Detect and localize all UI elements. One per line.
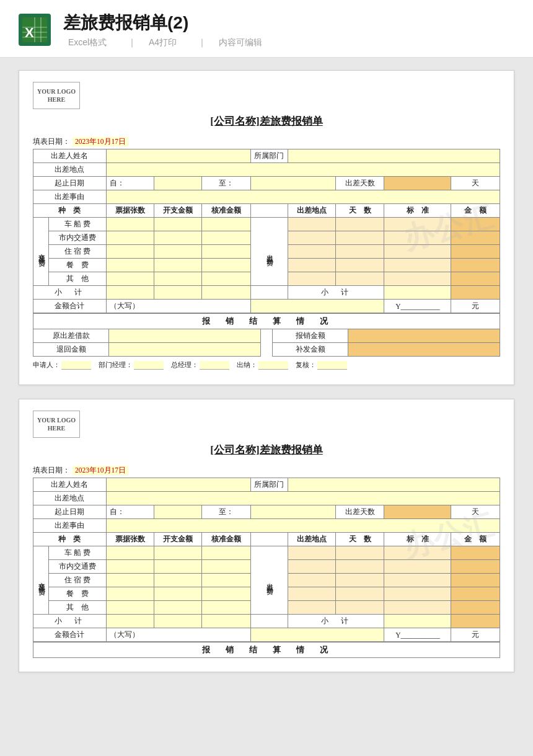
subtotal-amt[interactable] xyxy=(451,286,500,300)
s2-subtotal-approved[interactable] xyxy=(202,615,251,628)
sig-value-reviewer[interactable] xyxy=(317,361,347,370)
s2-expense-spend-4[interactable] xyxy=(154,587,202,601)
expense-approved-3[interactable] xyxy=(202,245,251,259)
sig-value-manager[interactable] xyxy=(134,361,164,370)
expense-tickets-5[interactable] xyxy=(106,272,154,286)
s2-subsidy-days-4[interactable] xyxy=(335,587,384,601)
sig-value-gm[interactable] xyxy=(200,361,229,370)
subsidy-dest-2[interactable] xyxy=(288,231,335,245)
department-input[interactable] xyxy=(288,149,500,163)
s2-expense-approved-5[interactable] xyxy=(202,601,251,615)
s2-subtotal-std[interactable] xyxy=(384,615,451,628)
s2-expense-tickets-4[interactable] xyxy=(106,587,154,601)
s2-subsidy-dest-2[interactable] xyxy=(288,560,335,574)
subsidy-dest-1[interactable] xyxy=(288,218,335,231)
s2-subtotal-amt[interactable] xyxy=(451,615,500,628)
expense-approved-5[interactable] xyxy=(202,272,251,286)
s2-subsidy-days-5[interactable] xyxy=(335,601,384,615)
s2-subtotal-tickets[interactable] xyxy=(106,615,154,628)
fill-date-value-1[interactable]: 2023年10月17日 xyxy=(73,137,128,146)
s-input-supplement[interactable] xyxy=(348,343,500,357)
subsidy-dest-5[interactable] xyxy=(288,272,335,286)
subsidy-std-5[interactable] xyxy=(384,272,451,286)
s2-subsidy-amt-2[interactable] xyxy=(451,560,500,574)
date-from-input[interactable] xyxy=(154,177,202,190)
s2-subsidy-amt-4[interactable] xyxy=(451,587,500,601)
s2-reason-input[interactable] xyxy=(106,519,500,533)
s2-subsidy-std-4[interactable] xyxy=(384,587,451,601)
days-input[interactable] xyxy=(384,177,451,190)
expense-spend-3[interactable] xyxy=(154,245,202,259)
subsidy-dest-4[interactable] xyxy=(288,259,335,272)
s2-expense-spend-5[interactable] xyxy=(154,601,202,615)
subsidy-dest-3[interactable] xyxy=(288,245,335,259)
s2-subsidy-dest-3[interactable] xyxy=(288,574,335,587)
s2-subsidy-amt-1[interactable] xyxy=(451,546,500,560)
subtotal-spend[interactable] xyxy=(154,286,202,300)
s2-subsidy-std-1[interactable] xyxy=(384,546,451,560)
s2-expense-tickets-1[interactable] xyxy=(106,546,154,560)
expense-spend-2[interactable] xyxy=(154,231,202,245)
s2-destination-input[interactable] xyxy=(106,492,500,505)
s2-traveler-input[interactable] xyxy=(106,478,250,492)
fill-date-value-2[interactable]: 2023年10月17日 xyxy=(73,466,128,475)
s-input-refund[interactable] xyxy=(109,343,261,357)
date-to-input[interactable] xyxy=(250,177,335,190)
s2-subsidy-days-1[interactable] xyxy=(335,546,384,560)
s2-subsidy-days-2[interactable] xyxy=(335,560,384,574)
subsidy-amt-4[interactable] xyxy=(451,259,500,272)
expense-tickets-2[interactable] xyxy=(106,231,154,245)
subsidy-std-4[interactable] xyxy=(384,259,451,272)
s2-expense-approved-2[interactable] xyxy=(202,560,251,574)
subsidy-amt-2[interactable] xyxy=(451,231,500,245)
sig-value-cashier[interactable] xyxy=(258,361,288,370)
subsidy-std-3[interactable] xyxy=(384,245,451,259)
s2-expense-approved-3[interactable] xyxy=(202,574,251,587)
s2-subsidy-amt-3[interactable] xyxy=(451,574,500,587)
s2-expense-spend-2[interactable] xyxy=(154,560,202,574)
subsidy-days-1[interactable] xyxy=(335,218,384,231)
expense-tickets-4[interactable] xyxy=(106,259,154,272)
s2-subsidy-dest-5[interactable] xyxy=(288,601,335,615)
s2-expense-tickets-2[interactable] xyxy=(106,560,154,574)
s2-subsidy-dest-1[interactable] xyxy=(288,546,335,560)
s2-subsidy-std-3[interactable] xyxy=(384,574,451,587)
s2-subsidy-dest-4[interactable] xyxy=(288,587,335,601)
subsidy-days-2[interactable] xyxy=(335,231,384,245)
s-input-reimburse[interactable] xyxy=(348,329,500,343)
reason-input[interactable] xyxy=(106,190,500,204)
expense-spend-1[interactable] xyxy=(154,218,202,231)
s2-subsidy-amt-5[interactable] xyxy=(451,601,500,615)
s-input-advance[interactable] xyxy=(109,329,261,343)
s2-amount-input[interactable] xyxy=(250,628,384,642)
expense-tickets-1[interactable] xyxy=(106,218,154,231)
s2-expense-spend-3[interactable] xyxy=(154,574,202,587)
s2-date-to-input[interactable] xyxy=(250,505,335,519)
s2-subsidy-std-2[interactable] xyxy=(384,560,451,574)
amount-input[interactable] xyxy=(250,300,384,313)
s2-subsidy-days-3[interactable] xyxy=(335,574,384,587)
subsidy-std-2[interactable] xyxy=(384,231,451,245)
subtotal-tickets[interactable] xyxy=(106,286,154,300)
subsidy-amt-5[interactable] xyxy=(451,272,500,286)
destination-input[interactable] xyxy=(106,163,500,177)
subsidy-std-1[interactable] xyxy=(384,218,451,231)
s2-subtotal-spend[interactable] xyxy=(154,615,202,628)
expense-approved-4[interactable] xyxy=(202,259,251,272)
s2-expense-tickets-3[interactable] xyxy=(106,574,154,587)
s2-subsidy-std-5[interactable] xyxy=(384,601,451,615)
s2-expense-spend-1[interactable] xyxy=(154,546,202,560)
traveler-input[interactable] xyxy=(106,149,250,163)
subsidy-days-3[interactable] xyxy=(335,245,384,259)
s2-date-from-input[interactable] xyxy=(154,505,202,519)
s2-expense-tickets-5[interactable] xyxy=(106,601,154,615)
expense-tickets-3[interactable] xyxy=(106,245,154,259)
expense-approved-2[interactable] xyxy=(202,231,251,245)
subsidy-amt-3[interactable] xyxy=(451,245,500,259)
s2-expense-approved-4[interactable] xyxy=(202,587,251,601)
subtotal-approved[interactable] xyxy=(202,286,251,300)
subsidy-days-5[interactable] xyxy=(335,272,384,286)
s2-days-input[interactable] xyxy=(384,505,451,519)
expense-spend-4[interactable] xyxy=(154,259,202,272)
expense-spend-5[interactable] xyxy=(154,272,202,286)
